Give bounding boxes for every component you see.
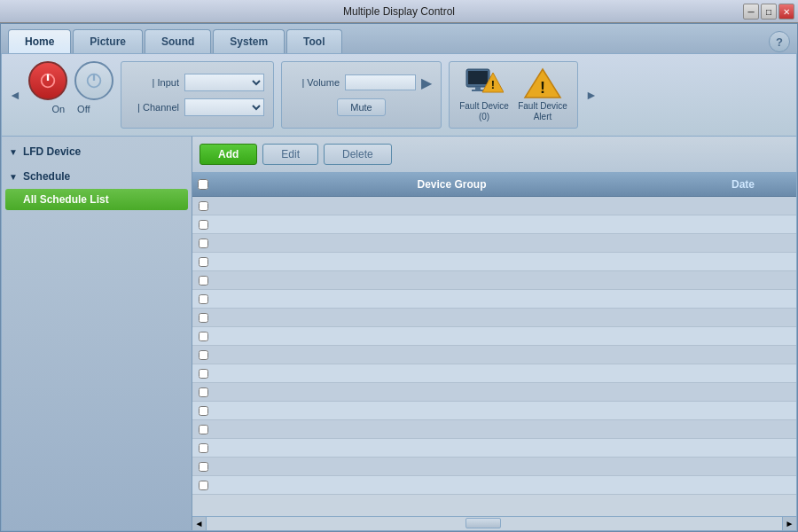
svg-rect-5: [468, 71, 488, 84]
row-checkbox[interactable]: [199, 406, 208, 416]
close-button[interactable]: ✕: [778, 4, 794, 20]
tab-sound[interactable]: Sound: [145, 29, 211, 53]
power-on-button[interactable]: [28, 61, 67, 100]
app-title: Multiple Display Control: [343, 5, 455, 18]
tab-picture[interactable]: Picture: [73, 29, 143, 53]
row-checkbox[interactable]: [199, 369, 208, 379]
row-device-group: [214, 346, 690, 364]
row-date: [690, 234, 796, 252]
fault-alert-label: Fault DeviceAlert: [518, 101, 567, 122]
scroll-right-button[interactable]: ►: [782, 517, 796, 531]
volume-bar: [345, 74, 416, 90]
sidebar-schedule-label: Schedule: [23, 170, 70, 183]
sidebar-item-all-schedule[interactable]: All Schedule List: [5, 189, 188, 210]
row-device-group: [214, 271, 690, 289]
main-split: ▼ LFD Device ▼ Schedule All Schedule Lis…: [2, 137, 796, 530]
row-date: [690, 476, 796, 494]
horizontal-scrollbar: ◄ ►: [192, 516, 796, 530]
edit-button[interactable]: Edit: [262, 144, 318, 165]
select-all-checkbox[interactable]: [198, 179, 208, 190]
svg-rect-6: [475, 87, 481, 90]
toolbar-row: Add Edit Delete: [192, 137, 796, 173]
svg-rect-7: [472, 90, 484, 91]
input-select[interactable]: [184, 74, 264, 91]
table-row: [192, 420, 796, 439]
row-checkbox[interactable]: [199, 201, 208, 211]
row-checkbox[interactable]: [199, 332, 208, 341]
row-checkbox[interactable]: [199, 443, 208, 453]
table-row: [192, 439, 796, 458]
sidebar-section-schedule: ▼ Schedule All Schedule List: [2, 165, 192, 210]
row-checkbox[interactable]: [199, 387, 208, 397]
data-table: Device Group Date: [192, 173, 796, 516]
row-date: [690, 458, 796, 475]
row-checkbox[interactable]: [199, 481, 208, 490]
table-row: [192, 290, 796, 309]
row-device-group: [214, 476, 690, 494]
header-checkbox: [192, 176, 214, 192]
right-arrow-button[interactable]: ►: [585, 61, 598, 129]
table-row: [192, 234, 796, 253]
add-button[interactable]: Add: [200, 144, 257, 165]
row-date: [690, 197, 796, 215]
table-row: [192, 476, 796, 495]
table-row: [192, 364, 796, 383]
fault-device-icon: !: [465, 67, 504, 99]
volume-row: | Volume ▶: [291, 74, 432, 91]
content-area: ◄: [1, 53, 797, 531]
scroll-thumb[interactable]: [466, 518, 501, 528]
row-checkbox[interactable]: [199, 239, 208, 248]
table-row: [192, 327, 796, 346]
help-button[interactable]: ?: [769, 31, 790, 52]
row-date: [690, 327, 796, 345]
row-device-group: [214, 439, 690, 457]
mute-button[interactable]: Mute: [337, 98, 385, 116]
row-date: [690, 253, 796, 270]
power-on-label: On: [51, 104, 65, 114]
table-area: Add Edit Delete Device Group Date: [192, 137, 796, 530]
channel-row: | Channel: [130, 98, 264, 116]
volume-section: | Volume ▶ Mute: [281, 61, 442, 129]
sidebar-schedule-header[interactable]: ▼ Schedule: [2, 165, 192, 188]
tab-system[interactable]: System: [213, 29, 285, 53]
row-device-group: [214, 364, 690, 382]
row-device-group: [214, 309, 690, 326]
row-date: [690, 402, 796, 419]
header-date: Date: [690, 176, 796, 192]
tab-tool[interactable]: Tool: [286, 29, 341, 53]
scroll-track[interactable]: [207, 517, 782, 530]
fault-device-alert-button[interactable]: ! Fault DeviceAlert: [515, 67, 570, 122]
row-checkbox[interactable]: [199, 350, 208, 360]
row-checkbox[interactable]: [199, 313, 208, 323]
power-off-button[interactable]: [74, 61, 113, 100]
tab-bar: Home Picture Sound System Tool ?: [1, 24, 797, 53]
table-header: Device Group Date: [192, 173, 796, 197]
row-device-group: [214, 197, 690, 215]
row-checkbox[interactable]: [199, 425, 208, 434]
power-off-icon: [84, 71, 104, 90]
fault-device-button[interactable]: ! Fault Device(0): [457, 67, 512, 122]
row-checkbox[interactable]: [199, 276, 208, 286]
row-checkbox[interactable]: [199, 257, 208, 267]
maximize-button[interactable]: □: [761, 4, 777, 20]
row-date: [690, 439, 796, 457]
minimize-button[interactable]: ─: [743, 4, 759, 20]
window-controls: ─ □ ✕: [743, 4, 794, 20]
header-device-group: Device Group: [214, 176, 690, 192]
volume-arrow-icon[interactable]: ▶: [421, 74, 432, 91]
schedule-arrow-icon: ▼: [9, 172, 18, 182]
scroll-left-button[interactable]: ◄: [192, 517, 207, 531]
sidebar-lfd-header[interactable]: ▼ LFD Device: [2, 140, 192, 163]
row-checkbox[interactable]: [199, 462, 208, 472]
row-date: [690, 346, 796, 364]
fault-device-alert-icon: !: [523, 67, 562, 99]
delete-button[interactable]: Delete: [324, 144, 392, 165]
channel-select[interactable]: [184, 98, 264, 116]
left-arrow-button[interactable]: ◄: [9, 61, 21, 129]
svg-text:!: !: [540, 79, 545, 97]
row-checkbox[interactable]: [199, 294, 208, 304]
row-device-group: [214, 383, 690, 401]
row-device-group: [214, 290, 690, 308]
tab-home[interactable]: Home: [8, 29, 71, 53]
row-checkbox[interactable]: [199, 220, 208, 230]
